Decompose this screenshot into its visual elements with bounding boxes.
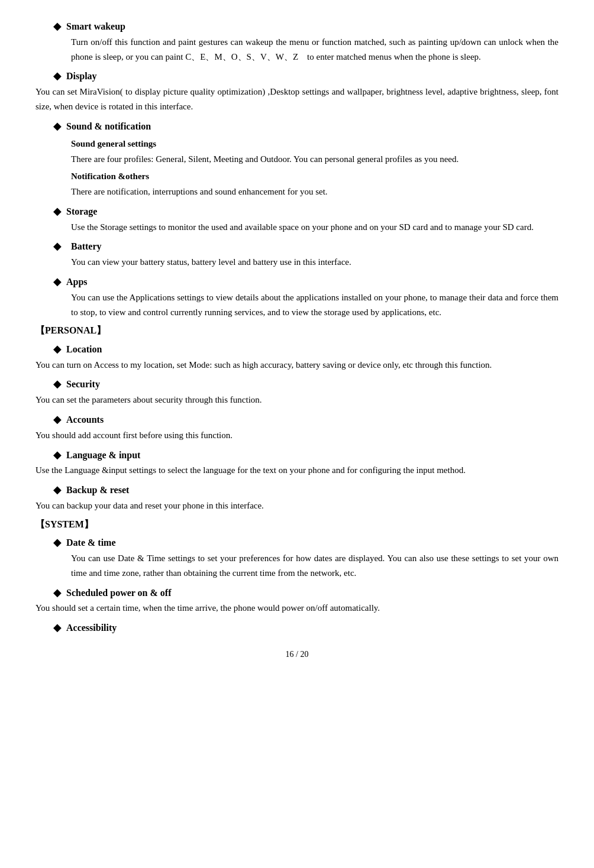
smart-wakeup-heading-row: ◆ Smart wakeup: [53, 18, 559, 35]
backup-heading-row: ◆ Backup & reset: [53, 481, 559, 498]
diamond-icon: ◆: [53, 534, 62, 551]
storage-section: ◆ Storage Use the Storage settings to mo…: [35, 203, 559, 235]
accounts-section: ◆ Accounts You should add account first …: [35, 411, 559, 443]
sound-heading: Sound & notification: [66, 119, 151, 134]
location-body: You can turn on Access to my location, s…: [35, 358, 559, 373]
battery-heading: Battery: [71, 239, 102, 254]
backup-reset-section: ◆ Backup & reset You can backup your dat…: [35, 481, 559, 513]
notification-subheading: Notification &others: [71, 169, 559, 183]
storage-body: Use the Storage settings to monitor the …: [71, 220, 559, 235]
date-time-heading: Date & time: [66, 535, 116, 550]
diamond-icon: ◆: [53, 481, 62, 498]
notification-body: There are notification, interruptions an…: [71, 184, 559, 199]
battery-section: ◆ Battery You can view your battery stat…: [35, 238, 559, 270]
scheduled-heading: Scheduled power on & off: [66, 585, 172, 601]
accessibility-heading-row: ◆ Accessibility: [53, 619, 559, 636]
accounts-heading: Accounts: [66, 412, 104, 427]
accessibility-heading: Accessibility: [66, 620, 117, 636]
date-time-body: You can use Date & Time settings to set …: [71, 551, 559, 581]
apps-heading-row: ◆ Apps: [53, 273, 559, 290]
language-input-section: ◆ Language & input Use the Language &inp…: [35, 446, 559, 478]
backup-heading: Backup & reset: [66, 482, 129, 498]
security-heading: Security: [66, 377, 100, 392]
accounts-heading-row: ◆ Accounts: [53, 411, 559, 428]
location-heading-row: ◆ Location: [53, 341, 559, 358]
smart-wakeup-heading: Smart wakeup: [66, 19, 125, 34]
diamond-icon: ◆: [53, 203, 62, 220]
scheduled-heading-row: ◆ Scheduled power on & off: [53, 584, 559, 601]
accounts-body: You should add account first before usin…: [35, 428, 559, 443]
apps-heading: Apps: [66, 274, 88, 290]
diamond-icon: ◆: [53, 273, 62, 290]
diamond-icon: ◆: [53, 67, 62, 85]
date-time-heading-row: ◆ Date & time: [53, 534, 559, 551]
diamond-icon: ◆: [53, 411, 62, 428]
apps-body: You can use the Applications settings to…: [71, 290, 559, 320]
scheduled-power-section: ◆ Scheduled power on & off You should se…: [35, 584, 559, 616]
security-heading-row: ◆ Security: [53, 375, 559, 393]
location-heading: Location: [66, 342, 102, 357]
storage-heading: Storage: [66, 204, 97, 219]
sound-general-body: There are four profiles: General, Silent…: [71, 152, 559, 167]
language-heading-row: ◆ Language & input: [53, 446, 559, 464]
language-body: Use the Language &input settings to sele…: [35, 463, 559, 478]
personal-category-heading: 【PERSONAL】: [35, 323, 559, 338]
sound-heading-row: ◆ Sound & notification: [53, 118, 559, 135]
language-heading: Language & input: [66, 448, 140, 463]
diamond-icon: ◆: [53, 619, 62, 636]
battery-body: You can view your battery status, batter…: [71, 255, 559, 270]
display-heading: Display: [66, 69, 97, 84]
display-body: You can set MiraVision( to display pictu…: [35, 85, 559, 114]
diamond-icon: ◆: [53, 375, 62, 393]
smart-wakeup-section: ◆ Smart wakeup Turn on/off this function…: [35, 18, 559, 64]
date-time-section: ◆ Date & time You can use Date & Time se…: [35, 534, 559, 580]
location-section: ◆ Location You can turn on Access to my …: [35, 341, 559, 373]
smart-wakeup-body: Turn on/off this function and paint gest…: [71, 35, 559, 64]
diamond-icon: ◆: [53, 118, 62, 135]
security-section: ◆ Security You can set the parameters ab…: [35, 375, 559, 407]
diamond-icon: ◆: [53, 18, 62, 35]
security-body: You can set the parameters about securit…: [35, 393, 559, 407]
diamond-icon: ◆: [53, 446, 62, 464]
backup-body: You can backup your data and reset your …: [35, 498, 559, 513]
display-section: ◆ Display You can set MiraVision( to dis…: [35, 67, 559, 114]
page-number: 16 / 20: [35, 648, 559, 661]
system-category-heading: 【SYSTEM】: [35, 517, 559, 532]
diamond-icon: ◆: [53, 341, 62, 358]
battery-heading-row: ◆ Battery: [53, 238, 559, 255]
diamond-icon: ◆: [53, 584, 62, 601]
apps-section: ◆ Apps You can use the Applications sett…: [35, 273, 559, 319]
sound-general-subheading: Sound general settings: [71, 137, 559, 151]
diamond-icon: ◆: [53, 238, 62, 255]
storage-heading-row: ◆ Storage: [53, 203, 559, 220]
display-heading-row: ◆ Display: [53, 67, 559, 85]
accessibility-section: ◆ Accessibility: [35, 619, 559, 636]
sound-notification-section: ◆ Sound & notification Sound general set…: [35, 118, 559, 199]
scheduled-body: You should set a certain time, when the …: [35, 601, 559, 616]
